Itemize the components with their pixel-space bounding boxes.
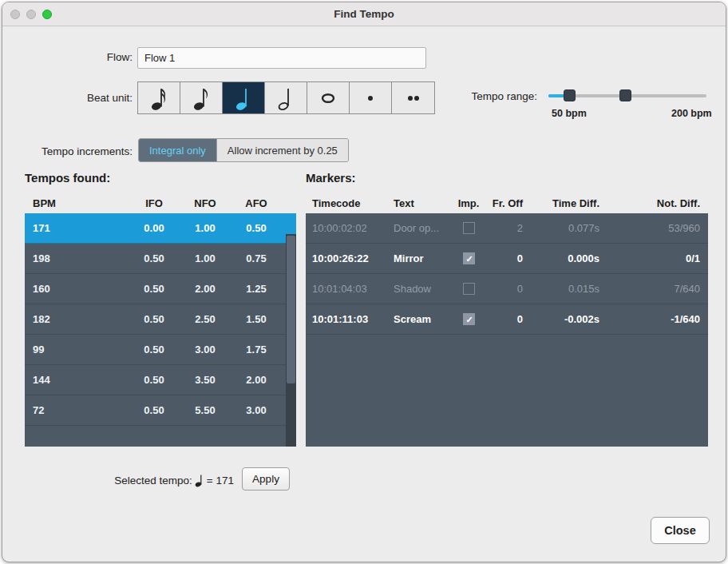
tempo-row[interactable]: 160 0.50 2.00 1.25 [25, 274, 296, 304]
afo-cell: 2.00 [231, 374, 282, 386]
minimize-window-button[interactable] [26, 10, 36, 19]
not-diff-cell: 53/960 [599, 222, 708, 234]
slider-handle-min[interactable] [564, 89, 576, 101]
not-diff-cell: -1/640 [599, 313, 708, 325]
markers-heading: Markers: [306, 171, 356, 185]
selected-tempo-label: Selected tempo: [114, 475, 192, 487]
not-diff-cell: 7/640 [599, 283, 708, 295]
text-cell: Door op... [394, 222, 451, 234]
nfo-cell: 3.00 [180, 344, 231, 355]
close-window-button[interactable] [10, 10, 20, 19]
time-diff-cell: -0.002s [523, 313, 599, 325]
text-cell: Shadow [394, 283, 451, 295]
header-cell-time-diff: Time Diff. [523, 197, 599, 209]
increment-option-integral[interactable]: Integral only [139, 139, 217, 161]
timecode-cell: 10:01:11:03 [306, 313, 394, 325]
importance-cell [451, 283, 486, 295]
nfo-cell: 2.50 [180, 313, 231, 325]
beat-unit-double-dot-button[interactable] [392, 82, 434, 113]
tempo-row[interactable]: 198 0.50 1.00 0.75 [25, 244, 296, 274]
close-button[interactable]: Close [651, 517, 710, 544]
not-diff-cell: 0/1 [599, 252, 708, 264]
quarter-note-icon [235, 85, 252, 111]
tempos-table-body: 171 0.00 1.00 0.50 198 0.50 1.00 0.75 16… [25, 213, 296, 447]
tempo-row[interactable]: 72 0.50 5.50 3.00 [25, 395, 296, 426]
flow-input[interactable] [137, 47, 426, 69]
nfo-cell: 1.00 [180, 252, 231, 264]
header-cell-nfo: NFO [180, 197, 231, 209]
header-cell-text: Text [394, 197, 451, 209]
double-dot-icon [405, 85, 422, 111]
bpm-cell: 171 [25, 222, 129, 234]
beat-unit-group [137, 81, 435, 114]
fr-off-cell: 0 [486, 283, 523, 295]
tempo-increments-label: Tempo increments: [2, 145, 133, 157]
fr-off-cell: 2 [486, 222, 523, 234]
dot-icon [362, 85, 379, 111]
tempo-range-slider [548, 85, 706, 106]
afo-cell: 0.75 [231, 252, 282, 264]
tempos-heading: Tempos found: [25, 171, 110, 185]
ifo-cell: 0.50 [129, 374, 180, 386]
fr-off-cell: 0 [486, 313, 523, 325]
marker-row[interactable]: 10:00:02:02 Door op... 2 0.077s 53/960 [306, 213, 708, 244]
scrollbar-thumb[interactable] [287, 236, 295, 383]
timecode-cell: 10:00:26:22 [306, 252, 394, 264]
bpm-cell: 198 [25, 252, 129, 264]
titlebar: Find Tempo [2, 2, 726, 26]
eighth-note-icon [192, 85, 210, 111]
bpm-cell: 144 [25, 374, 129, 386]
tempos-table: BPM IFO NFO AFO 171 0.00 1.00 0.50 198 0… [25, 193, 296, 447]
ifo-cell: 0.50 [129, 283, 180, 295]
quarter-note-icon [195, 474, 204, 487]
ifo-cell: 0.50 [129, 344, 180, 355]
marker-row[interactable]: 10:00:26:22 Mirror 0 0.000s 0/1 [306, 244, 708, 274]
ifo-cell: 0.50 [129, 252, 180, 264]
afo-cell: 3.00 [231, 404, 282, 416]
beat-unit-quarter-button[interactable] [223, 82, 265, 113]
importance-checkbox[interactable] [463, 283, 475, 295]
afo-cell: 1.50 [231, 313, 282, 325]
marker-row[interactable]: 10:01:11:03 Scream 0 -0.002s -1/640 [306, 304, 708, 335]
marker-row[interactable]: 10:01:04:03 Shadow 0 0.015s 7/640 [306, 274, 708, 304]
tempo-range-label: Tempo range: [445, 90, 537, 102]
tempo-row[interactable]: 99 0.50 3.00 1.75 [25, 335, 296, 365]
nfo-cell: 5.50 [180, 404, 231, 416]
ifo-cell: 0.50 [129, 313, 180, 325]
header-cell-imp: Imp. [451, 197, 486, 209]
importance-checkbox[interactable] [463, 252, 475, 264]
tempo-row[interactable]: 182 0.50 2.50 1.50 [25, 304, 296, 335]
header-cell-not-diff: Not. Diff. [599, 197, 708, 209]
importance-cell [451, 252, 486, 264]
selected-tempo-value: = 171 [207, 475, 234, 487]
beat-unit-sixteenth-button[interactable] [138, 82, 180, 113]
ifo-cell: 0.00 [129, 222, 180, 234]
beat-unit-whole-button[interactable] [307, 82, 350, 113]
slider-handle-max[interactable] [619, 89, 631, 101]
whole-note-icon [319, 85, 337, 111]
fr-off-cell: 0 [486, 252, 523, 264]
tempo-row[interactable]: 144 0.50 3.50 2.00 [25, 365, 296, 395]
nfo-cell: 2.00 [180, 283, 231, 295]
half-note-icon [277, 85, 295, 111]
vertical-scrollbar[interactable] [286, 234, 296, 447]
bpm-cell: 72 [25, 404, 129, 416]
header-cell-afo: AFO [231, 197, 282, 209]
zoom-window-button[interactable] [42, 10, 52, 19]
beat-unit-eighth-button[interactable] [180, 82, 223, 113]
importance-checkbox[interactable] [463, 313, 475, 325]
markers-header-row: Timecode Text Imp. Fr. Off Time Diff. No… [306, 193, 708, 213]
time-diff-cell: 0.000s [523, 252, 599, 264]
importance-checkbox[interactable] [463, 222, 475, 234]
apply-button[interactable]: Apply [242, 467, 290, 491]
beat-unit-dot-button[interactable] [350, 82, 392, 113]
afo-cell: 1.25 [231, 283, 282, 295]
nfo-cell: 1.00 [180, 222, 231, 234]
sixteenth-note-icon [150, 85, 168, 111]
flow-label: Flow: [2, 51, 133, 63]
beat-unit-half-button[interactable] [265, 82, 307, 113]
selected-tempo-readout: Selected tempo: = 171 [25, 469, 234, 491]
increment-option-quarter[interactable]: Allow increment by 0.25 [217, 139, 348, 161]
timecode-cell: 10:00:02:02 [306, 222, 394, 234]
tempo-row[interactable]: 171 0.00 1.00 0.50 [25, 213, 296, 244]
